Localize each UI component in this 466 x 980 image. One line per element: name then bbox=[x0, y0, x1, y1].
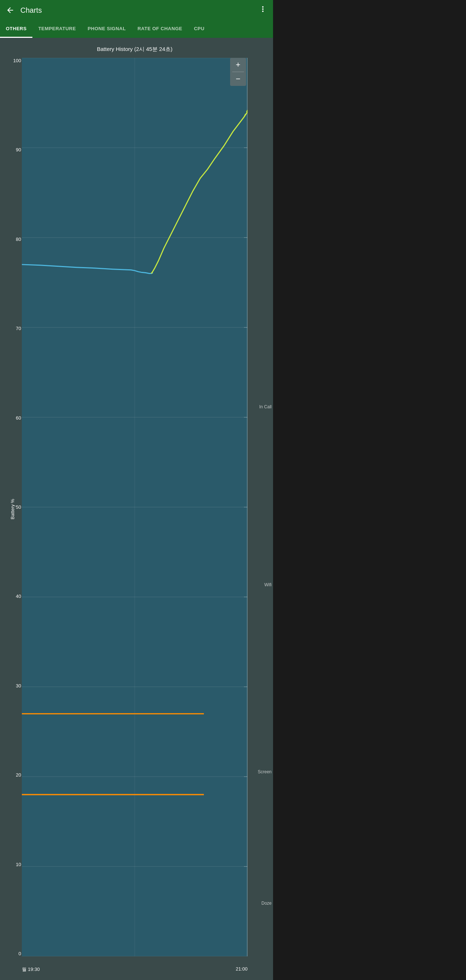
doze-label: Doze bbox=[262, 900, 271, 906]
y-label-0: 0 bbox=[8, 951, 21, 956]
overflow-menu-button[interactable] bbox=[259, 5, 267, 16]
y-label-20: 20 bbox=[8, 772, 21, 778]
y-label-80: 80 bbox=[8, 237, 21, 242]
y-label-30: 30 bbox=[8, 683, 21, 689]
x-label-start: 월 19:30 bbox=[22, 966, 40, 973]
y-label-10: 10 bbox=[8, 862, 21, 867]
tab-others[interactable]: OTHERS bbox=[0, 21, 32, 38]
zoom-controls: + − bbox=[230, 58, 246, 86]
tab-bar: OTHERS TEMPERATURE PHONE SIGNAL RATE OF … bbox=[0, 21, 273, 38]
y-label-90: 90 bbox=[8, 147, 21, 153]
tab-cpu[interactable]: CPU bbox=[188, 21, 211, 38]
y-label-50: 50 bbox=[8, 504, 21, 510]
x-axis-labels: 월 19:30 21:00 bbox=[22, 966, 247, 973]
y-label-70: 70 bbox=[8, 326, 21, 331]
in-call-label: In Call bbox=[259, 404, 271, 409]
y-axis-labels: 100 90 80 70 60 50 40 30 20 10 0 bbox=[8, 58, 21, 956]
y-label-60: 60 bbox=[8, 415, 21, 421]
chart-area: Battery History (2시 45분 24초) Battery % 1… bbox=[0, 38, 273, 980]
x-label-end: 21:00 bbox=[236, 966, 247, 973]
tab-rate-of-change[interactable]: RATE OF CHANGE bbox=[132, 21, 188, 38]
y-label-40: 40 bbox=[8, 593, 21, 599]
page-title: Charts bbox=[21, 6, 259, 14]
wifi-label: Wifi bbox=[264, 582, 271, 587]
screen-label: Screen bbox=[258, 769, 271, 775]
back-button[interactable] bbox=[6, 6, 14, 14]
y-label-100: 100 bbox=[8, 58, 21, 63]
tab-phone-signal[interactable]: PHONE SIGNAL bbox=[82, 21, 132, 38]
tab-temperature[interactable]: TEMPERATURE bbox=[32, 21, 81, 38]
zoom-in-button[interactable]: + bbox=[230, 58, 246, 72]
zoom-out-button[interactable]: − bbox=[230, 72, 246, 86]
app-bar: Charts bbox=[0, 0, 273, 21]
chart-svg bbox=[22, 58, 247, 956]
chart-title: Battery History (2시 45분 24초) bbox=[26, 46, 244, 53]
